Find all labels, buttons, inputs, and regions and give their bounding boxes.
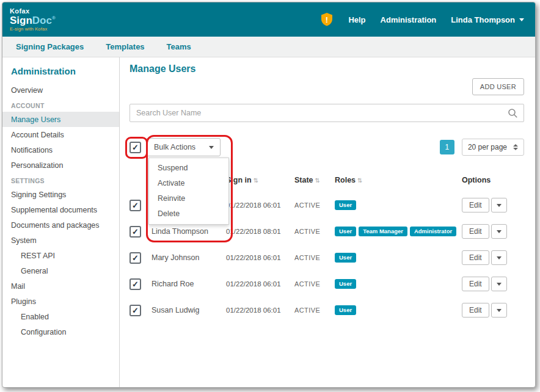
menu-item-delete[interactable]: Delete	[149, 206, 228, 222]
bulk-actions-menu: Suspend Activate Reinvite Delete	[148, 158, 229, 225]
role-badge: User	[335, 227, 356, 236]
page-body: Administration Overview ACCOUNT Manage U…	[2, 57, 535, 387]
user-name: Mary Johnson	[151, 253, 226, 263]
column-header-options: Options	[462, 176, 524, 184]
chevron-down-icon	[497, 309, 502, 312]
edit-dropdown-button[interactable]	[491, 277, 507, 291]
sidebar-item-configuration[interactable]: Configuration	[2, 324, 119, 339]
help-link[interactable]: Help	[348, 15, 365, 24]
select-all-checkbox[interactable]: ✓	[130, 142, 141, 153]
sort-icon: ⇅	[357, 177, 362, 184]
column-header-state[interactable]: State⇅	[294, 176, 335, 184]
pagination-page-1[interactable]: 1	[440, 140, 454, 154]
manage-users-panel: Manage Users ADD USER ✓ Bulk Actions	[120, 57, 535, 387]
menu-item-suspend[interactable]: Suspend	[149, 161, 228, 176]
edit-button[interactable]: Edit	[462, 277, 489, 291]
sidebar-item-general[interactable]: General	[2, 263, 119, 278]
edit-dropdown-button[interactable]	[491, 250, 507, 265]
chevron-down-icon	[497, 256, 502, 260]
brand-product-doc: Doc	[32, 15, 52, 26]
row-checkbox[interactable]: ✓	[130, 305, 141, 316]
sidebar-item-supplemental-documents[interactable]: Supplemental documents	[2, 202, 119, 217]
sidebar-item-manage-users[interactable]: Manage Users	[2, 112, 119, 127]
search-input[interactable]	[130, 104, 524, 122]
sidebar-item-mail[interactable]: Mail	[2, 278, 119, 294]
state-value: ACTIVE	[294, 280, 335, 288]
sidebar-item-overview[interactable]: Overview	[2, 82, 119, 98]
sidebar-title: Administration	[2, 65, 119, 82]
menu-item-activate[interactable]: Activate	[149, 176, 228, 191]
chevron-down-icon	[497, 283, 502, 286]
sidebar-item-personalization[interactable]: Personalization	[2, 158, 119, 173]
edit-button[interactable]: Edit	[462, 250, 489, 265]
options-cell: Edit	[462, 224, 524, 239]
admin-sidebar: Administration Overview ACCOUNT Manage U…	[2, 57, 120, 387]
user-name: Linda Thompson	[151, 227, 226, 237]
roles-cell: User	[335, 305, 462, 315]
role-badge: Team Manager	[359, 227, 407, 236]
nav-teams[interactable]: Teams	[167, 42, 191, 51]
select-updown-icon	[513, 144, 518, 150]
brand-company: Kofax	[10, 8, 56, 15]
options-cell: Edit	[462, 277, 524, 291]
edit-button[interactable]: Edit	[462, 224, 489, 239]
bulk-actions-toolbar: ✓ Bulk Actions 1 20 per page	[130, 138, 524, 156]
options-cell: Edit	[462, 198, 524, 212]
roles-cell: User	[335, 279, 462, 289]
column-header-signin[interactable]: Sign in⇅	[226, 176, 294, 184]
top-header-bar: Kofax SignDoc® E-sign with Kofax ! Help …	[2, 2, 535, 37]
sidebar-item-documents-and-packages[interactable]: Documents and packages	[2, 217, 119, 233]
edit-dropdown-button[interactable]	[491, 224, 507, 239]
role-badge: Administrator	[410, 227, 456, 236]
bulk-actions-button[interactable]: Bulk Actions	[146, 138, 221, 156]
sidebar-item-enabled[interactable]: Enabled	[2, 309, 119, 324]
row-checkbox[interactable]: ✓	[130, 200, 141, 211]
state-value: ACTIVE	[294, 307, 335, 314]
sidebar-item-system[interactable]: System	[2, 233, 119, 248]
chevron-down-icon	[497, 230, 502, 233]
row-checkbox[interactable]: ✓	[130, 226, 141, 238]
table-row: ✓ Richard Roe 01/22/2018 06:01 ACTIVE Us…	[130, 272, 524, 296]
role-badge: User	[335, 305, 356, 315]
row-checkbox[interactable]: ✓	[130, 278, 141, 290]
nav-templates[interactable]: Templates	[106, 42, 144, 51]
user-name: Richard Roe	[151, 279, 226, 289]
row-checkbox[interactable]: ✓	[130, 252, 141, 264]
brand-tagline: E-sign with Kofax	[10, 27, 56, 32]
edit-dropdown-button[interactable]	[491, 303, 507, 318]
edit-button[interactable]: Edit	[462, 198, 489, 212]
administration-link[interactable]: Administration	[381, 15, 437, 24]
sign-in-date: 01/22/2018 06:01	[226, 307, 294, 314]
sidebar-item-rest-api[interactable]: REST API	[2, 248, 119, 263]
brand-product: SignDoc®	[10, 15, 56, 26]
add-user-button[interactable]: ADD USER	[472, 78, 524, 95]
main-nav: Signing Packages Templates Teams	[2, 37, 535, 57]
per-page-value: 20 per page	[468, 143, 507, 151]
search-icon[interactable]	[508, 108, 518, 121]
state-value: ACTIVE	[294, 201, 335, 209]
brand-product-sign: Sign	[10, 15, 32, 26]
user-menu[interactable]: Linda Thompson	[451, 15, 524, 24]
roles-cell: User	[335, 200, 462, 210]
sign-in-date: 01/22/2018 06:01	[226, 254, 294, 261]
table-row: ✓ Susan Ludwig 01/22/2018 06:01 ACTIVE U…	[130, 298, 524, 322]
user-name: Susan Ludwig	[151, 305, 226, 316]
per-page-select[interactable]: 20 per page	[462, 139, 524, 156]
state-value: ACTIVE	[294, 228, 335, 235]
sidebar-item-plugins[interactable]: Plugins	[2, 294, 119, 309]
menu-item-reinvite[interactable]: Reinvite	[149, 191, 228, 206]
kofax-signdoc-logo[interactable]: Kofax SignDoc® E-sign with Kofax	[10, 8, 56, 32]
nav-signing-packages[interactable]: Signing Packages	[16, 42, 84, 51]
options-cell: Edit	[462, 250, 524, 265]
edit-dropdown-button[interactable]	[491, 198, 507, 212]
sidebar-item-account-details[interactable]: Account Details	[2, 127, 119, 142]
roles-cell: User	[335, 253, 462, 263]
add-user-row: ADD USER	[130, 78, 524, 95]
sidebar-item-signing-settings[interactable]: Signing Settings	[2, 187, 119, 202]
column-header-roles[interactable]: Roles⇅	[335, 176, 462, 184]
bulk-actions-caret	[203, 139, 220, 156]
edit-button[interactable]: Edit	[462, 303, 489, 318]
sidebar-item-notifications[interactable]: Notifications	[2, 142, 119, 158]
warning-icon[interactable]: !	[320, 12, 334, 27]
sign-in-date: 01/22/2018 06:01	[226, 201, 294, 209]
